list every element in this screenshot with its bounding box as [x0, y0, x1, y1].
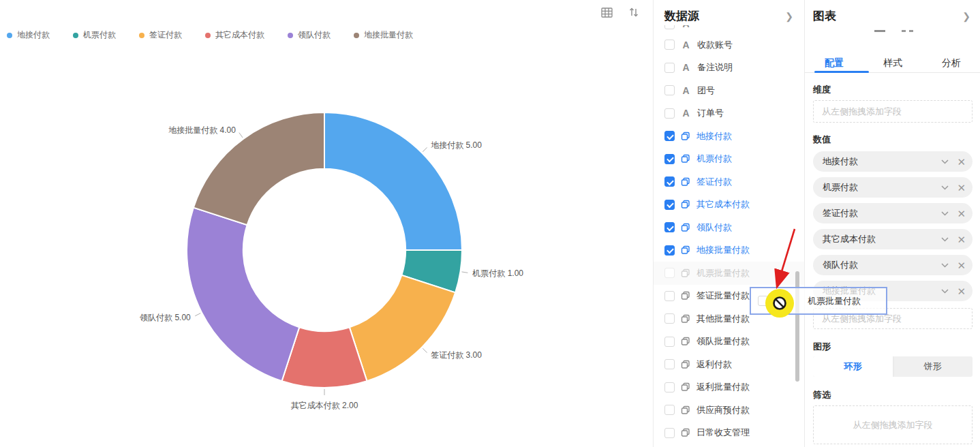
- slice-data-label: 地接付款 5.00: [431, 140, 482, 150]
- text-field-icon: A: [681, 40, 691, 50]
- datasource-title: 数据源: [664, 8, 699, 24]
- field-checkbox[interactable]: [664, 405, 675, 415]
- field-checkbox[interactable]: [664, 85, 675, 95]
- clipped-field-row: A: [664, 25, 804, 31]
- config-tabs: 配置 样式 分析: [805, 57, 980, 78]
- field-checkbox[interactable]: [664, 176, 675, 187]
- remove-field-icon[interactable]: ✕: [957, 209, 966, 219]
- field-label: 订单号: [697, 107, 724, 119]
- chevron-right-icon[interactable]: ❯: [962, 11, 970, 22]
- field-label: 收款账号: [697, 39, 733, 51]
- shape-option-ring[interactable]: 环形: [813, 356, 893, 377]
- datasource-field-row[interactable]: 供应商预付款: [654, 399, 804, 422]
- datasource-field-row[interactable]: A收款账号: [654, 33, 804, 57]
- remove-field-icon[interactable]: ✕: [957, 260, 966, 271]
- pill-label: 地接付款: [823, 155, 941, 168]
- text-field-icon: A: [681, 25, 691, 29]
- field-checkbox[interactable]: [664, 337, 675, 347]
- pill-label: 领队付款: [823, 259, 941, 271]
- field-checkbox[interactable]: [664, 200, 675, 210]
- datasource-field-list: A收款账号A备注说明A团号A订单号地接付款机票付款签证付款其它成本付款领队付款地…: [654, 31, 804, 444]
- slice-data-label: 领队付款 5.00: [139, 313, 191, 322]
- measure-field-icon: [681, 154, 690, 164]
- field-checkbox[interactable]: [664, 268, 675, 278]
- datasource-field-row[interactable]: 机票付款: [654, 148, 804, 171]
- donut-slice[interactable]: [187, 208, 299, 382]
- value-label: 数值: [813, 134, 831, 146]
- datasource-field-row[interactable]: 机票批量付款: [654, 262, 804, 285]
- field-checkbox[interactable]: [664, 428, 675, 438]
- field-checkbox[interactable]: [664, 40, 675, 50]
- measure-field-icon: [681, 405, 690, 415]
- datasource-field-row[interactable]: A团号: [654, 79, 804, 102]
- chevron-right-icon[interactable]: ❯: [785, 11, 793, 22]
- value-field-pill[interactable]: 领队付款 ✕: [813, 255, 973, 275]
- field-checkbox[interactable]: [664, 131, 675, 141]
- chevron-down-icon[interactable]: [941, 263, 949, 268]
- field-label: 备注说明: [697, 61, 733, 74]
- remove-field-icon[interactable]: ✕: [957, 286, 966, 296]
- measure-field-icon: [681, 223, 690, 232]
- measure-field-icon: [681, 132, 690, 141]
- measure-field-icon: [681, 428, 690, 437]
- shape-option-pie[interactable]: 饼形: [893, 356, 973, 377]
- remove-field-icon[interactable]: ✕: [957, 183, 966, 193]
- field-checkbox[interactable]: [664, 359, 675, 369]
- value-field-pill[interactable]: 签证付款 ✕: [813, 203, 973, 224]
- field-checkbox[interactable]: [664, 154, 675, 164]
- field-checkbox[interactable]: [664, 382, 675, 392]
- measure-field-icon: [681, 382, 690, 392]
- remove-field-icon[interactable]: ✕: [957, 234, 966, 245]
- datasource-field-row[interactable]: 领队付款: [654, 216, 804, 239]
- dimension-dropzone[interactable]: 从左侧拖拽添加字段: [813, 100, 973, 123]
- datasource-field-row[interactable]: 返利批量付款: [654, 376, 804, 399]
- chevron-down-icon[interactable]: [941, 289, 949, 294]
- datasource-field-row[interactable]: 签证付款: [654, 170, 804, 194]
- chevron-down-icon[interactable]: [941, 185, 949, 190]
- field-label: 团号: [697, 84, 715, 97]
- field-checkbox[interactable]: [664, 313, 675, 324]
- datasource-field-row[interactable]: 领队批量付款: [654, 330, 804, 354]
- datasource-field-row[interactable]: 地接付款: [654, 125, 804, 148]
- donut-slice[interactable]: [350, 275, 455, 381]
- slice-data-label: 签证付款 3.00: [431, 350, 482, 360]
- field-checkbox[interactable]: [664, 222, 675, 232]
- datasource-field-row[interactable]: 其它成本付款: [654, 194, 804, 217]
- tab-analysis[interactable]: 分析: [922, 57, 980, 78]
- donut-chart: 地接付款 5.00机票付款 1.00签证付款 3.00其它成本付款 2.00领队…: [0, 0, 653, 447]
- dragged-field-label: 机票批量付款: [808, 295, 861, 307]
- measure-field-icon: [681, 268, 690, 278]
- text-field-icon: A: [681, 85, 691, 96]
- shape-label: 图形: [813, 341, 831, 353]
- field-checkbox[interactable]: [664, 108, 675, 119]
- text-field-icon: A: [681, 62, 691, 73]
- partial-icon: [902, 30, 913, 32]
- measure-field-icon: [681, 200, 690, 209]
- datasource-field-row[interactable]: A备注说明: [654, 57, 804, 80]
- chevron-down-icon[interactable]: [941, 211, 949, 216]
- remove-field-icon[interactable]: ✕: [957, 157, 966, 167]
- datasource-field-row[interactable]: A订单号: [654, 102, 804, 125]
- value-field-pill[interactable]: 其它成本付款 ✕: [813, 229, 973, 249]
- value-field-pill[interactable]: 地接付款 ✕: [813, 151, 973, 172]
- tab-style[interactable]: 样式: [863, 57, 922, 78]
- datasource-field-row[interactable]: 地接批量付款: [654, 239, 804, 262]
- chevron-down-icon[interactable]: [941, 237, 949, 242]
- datasource-field-row[interactable]: 返利付款: [654, 353, 804, 376]
- datasource-field-row[interactable]: 日常收支管理: [654, 422, 804, 445]
- active-tab-underline: [814, 71, 869, 73]
- value-field-pill[interactable]: 机票付款 ✕: [813, 177, 973, 198]
- not-allowed-icon: [771, 295, 788, 311]
- field-checkbox[interactable]: [664, 63, 675, 73]
- datasource-header: 数据源 ❯: [654, 0, 804, 25]
- field-checkbox[interactable]: [664, 291, 675, 301]
- field-checkbox[interactable]: [664, 245, 675, 256]
- bi-chart-editor: 地接付款机票付款签证付款其它成本付款领队付款地接批量付款 地接付款 5.00机票…: [0, 0, 980, 447]
- dimension-label: 维度: [813, 84, 831, 96]
- tab-config[interactable]: 配置: [805, 57, 863, 78]
- filter-dropzone[interactable]: 从左侧拖拽添加字段: [813, 405, 973, 444]
- value-field-list: 地接付款 ✕机票付款 ✕签证付款 ✕其它成本付款 ✕领队付款 ✕地接批量付款 ✕: [813, 151, 973, 301]
- donut-slice[interactable]: [324, 112, 462, 250]
- field-label: 机票付款: [696, 153, 732, 165]
- chevron-down-icon[interactable]: [941, 159, 949, 164]
